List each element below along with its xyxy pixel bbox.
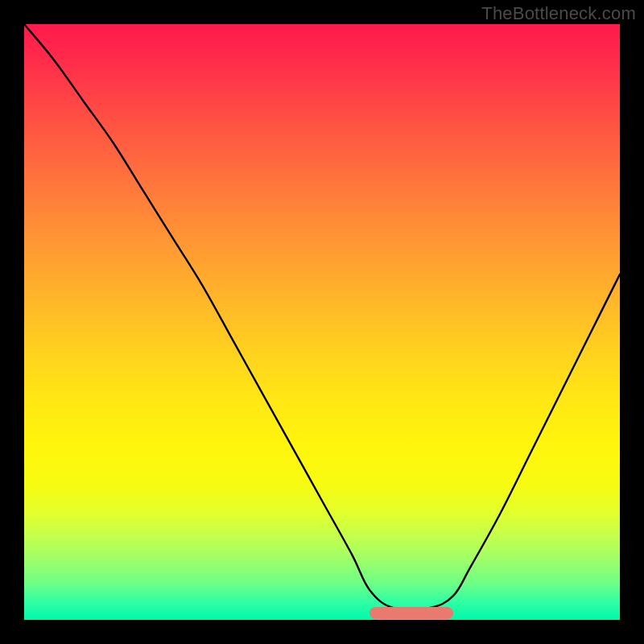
watermark-text: TheBottleneck.com	[481, 3, 636, 24]
optimal-range-bar	[369, 607, 453, 619]
plot-area	[24, 24, 620, 620]
curve-path	[24, 24, 620, 610]
bottleneck-curve	[24, 24, 620, 620]
chart-frame: TheBottleneck.com	[0, 0, 644, 644]
